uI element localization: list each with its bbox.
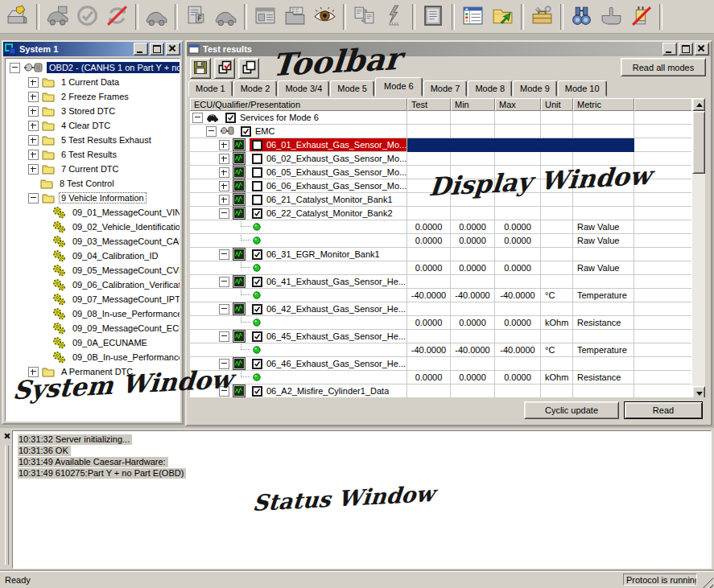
tree-item[interactable]: 2 Freeze Frames: [6, 89, 180, 104]
collapse-icon[interactable]: [219, 277, 229, 287]
toolbar-button-folder-input[interactable]: [280, 2, 310, 31]
toolbar-button-car-silhouette[interactable]: [211, 2, 241, 31]
toolbar-button-folder-export[interactable]: [488, 2, 518, 31]
table-row[interactable]: 06_05_Exhaust_Gas_Sensor_Mo...: [190, 166, 692, 179]
tree-item[interactable]: 09_01_MessageCount_VIN: [6, 205, 180, 220]
tree-item[interactable]: 5 Test Results Exhaust: [6, 133, 180, 147]
table-row[interactable]: 0.00000.00000.0000Raw Value: [190, 234, 692, 248]
tree-item[interactable]: 1 Current Data: [6, 75, 180, 89]
checkbox[interactable]: [252, 181, 262, 191]
toolbar-button-save[interactable]: [190, 58, 211, 79]
checkbox[interactable]: [252, 195, 262, 205]
toolbar-button-window-grid[interactable]: [250, 2, 280, 31]
checkbox[interactable]: [252, 359, 262, 369]
read-button[interactable]: Read: [624, 401, 703, 419]
toolbar-button-vehicle-setup[interactable]: [43, 2, 72, 31]
toolbar-button-compare-docs[interactable]: [349, 2, 379, 31]
tree-item[interactable]: 8 Test Control: [6, 176, 180, 191]
checkbox[interactable]: [225, 113, 236, 123]
tree-item[interactable]: 09_02_Vehicle_Identification: [6, 220, 180, 234]
cyclic-update-button[interactable]: Cyclic update: [524, 401, 619, 419]
toolbar-button-report[interactable]: [181, 2, 211, 31]
table-row[interactable]: Services for Mode 6: [190, 111, 692, 125]
expand-icon[interactable]: [28, 367, 39, 377]
tab-mode-6[interactable]: Mode 6: [375, 77, 423, 97]
maximize-button[interactable]: [150, 43, 164, 56]
collapse-icon[interactable]: [219, 304, 229, 315]
checkbox[interactable]: [252, 386, 262, 397]
column-header-test[interactable]: Test: [407, 98, 451, 111]
collapse-icon[interactable]: [10, 63, 20, 73]
collapse-icon[interactable]: [219, 359, 229, 369]
checkbox[interactable]: [252, 140, 262, 150]
table-row[interactable]: EMC: [190, 125, 692, 138]
column-header-max[interactable]: Max: [495, 98, 541, 111]
checkbox[interactable]: [252, 208, 262, 219]
collapse-icon[interactable]: [219, 331, 229, 342]
toolbar-button-eye[interactable]: [310, 2, 340, 31]
pane-drag-handle[interactable]: [5, 446, 9, 565]
expand-icon[interactable]: [28, 106, 39, 117]
toolbar-button-vehicle[interactable]: [142, 2, 171, 31]
expand-icon[interactable]: [28, 77, 39, 88]
checkbox[interactable]: [252, 304, 262, 315]
table-row[interactable]: 06_A2_Misfire_Cylinder1_Data: [190, 384, 692, 398]
column-header-min[interactable]: Min: [451, 98, 495, 111]
toolbar-button-check-all[interactable]: [214, 58, 235, 79]
minimize-button[interactable]: [134, 43, 148, 56]
tab-mode-8[interactable]: Mode 8: [468, 80, 512, 97]
table-row[interactable]: 06_22_Catalyst_Monitor_Bank2: [190, 207, 692, 220]
close-button[interactable]: [695, 43, 709, 56]
scrollbar-thumb[interactable]: [692, 111, 705, 174]
table-row[interactable]: 06_21_Catalyst_Monitor_Bank1: [190, 193, 692, 207]
collapse-icon[interactable]: [219, 249, 229, 260]
checkbox[interactable]: [252, 331, 262, 342]
expand-icon[interactable]: [28, 92, 39, 102]
toolbar-button-data-grid[interactable]: [458, 2, 488, 31]
vertical-scrollbar[interactable]: [691, 98, 705, 399]
table-row[interactable]: 06_06_Exhaust_Gas_Sensor_Mo...: [190, 179, 692, 193]
collapse-icon[interactable]: [28, 193, 39, 204]
tab-mode-3-4[interactable]: Mode 3/4: [278, 80, 329, 97]
toolbar-button-binoculars[interactable]: [567, 2, 596, 31]
table-row[interactable]: 06_46_Exhaust_Gas_Sensor_He...: [190, 357, 692, 371]
table-row[interactable]: 0.00000.00000.0000Raw Value: [190, 220, 692, 234]
expand-icon[interactable]: [28, 135, 39, 146]
expand-icon[interactable]: [28, 121, 39, 131]
tree-item[interactable]: 09_06_Calibration_Verificatio: [6, 278, 180, 292]
checkbox[interactable]: [252, 154, 262, 164]
table-row[interactable]: -40.0000-40.0000-40.0000°CTemperature: [190, 289, 692, 302]
table-row[interactable]: 0.00000.00000.0000kOhmResistance: [190, 371, 692, 384]
expand-icon[interactable]: [219, 140, 229, 150]
tree-item[interactable]: 09_09_MessageCount_ECUN: [6, 321, 180, 335]
tree-item[interactable]: A Permanent DTC: [6, 364, 180, 379]
tree-item[interactable]: 6 Test Results: [6, 147, 180, 162]
tree-item[interactable]: 09_04_Calibration_ID: [6, 249, 180, 263]
table-row[interactable]: 06_42_Exhaust_Gas_Sensor_He...: [190, 302, 692, 316]
tree-item[interactable]: 09_03_MessageCount_CALI: [6, 234, 180, 249]
toolbar-button-log-doc[interactable]: [419, 2, 448, 31]
checkbox[interactable]: [241, 126, 251, 137]
tree-item[interactable]: 9 Vehicle Information: [6, 191, 180, 205]
tab-mode-5[interactable]: Mode 5: [330, 80, 374, 97]
toolbar-button-check-circle[interactable]: [72, 2, 102, 31]
tree-item[interactable]: 7 Current DTC: [6, 162, 180, 176]
tree-item[interactable]: 4 Clear DTC: [6, 118, 180, 133]
column-header-metric[interactable]: Metric: [573, 98, 634, 111]
collapse-icon[interactable]: [219, 208, 229, 219]
resize-grip-icon[interactable]: [702, 577, 713, 588]
read-all-modes-button[interactable]: Read all modes: [621, 58, 706, 76]
expand-icon[interactable]: [219, 154, 229, 164]
tab-mode-9[interactable]: Mode 9: [513, 80, 557, 97]
expand-icon[interactable]: [219, 195, 229, 205]
test-results-titlebar[interactable]: Test results: [187, 42, 711, 56]
expand-icon[interactable]: [219, 167, 229, 178]
toolbar-button-uncheck-all[interactable]: [238, 58, 259, 79]
toolbar-button-disconnect[interactable]: [626, 2, 656, 31]
table-row[interactable]: 06_45_Exhaust_Gas_Sensor_He...: [190, 330, 692, 343]
table-row[interactable]: -40.0000-40.0000-40.0000°CTemperature: [190, 343, 692, 357]
expand-icon[interactable]: [28, 150, 39, 160]
maximize-button[interactable]: [679, 43, 693, 56]
expand-icon[interactable]: [28, 164, 39, 175]
checkbox[interactable]: [252, 167, 262, 178]
